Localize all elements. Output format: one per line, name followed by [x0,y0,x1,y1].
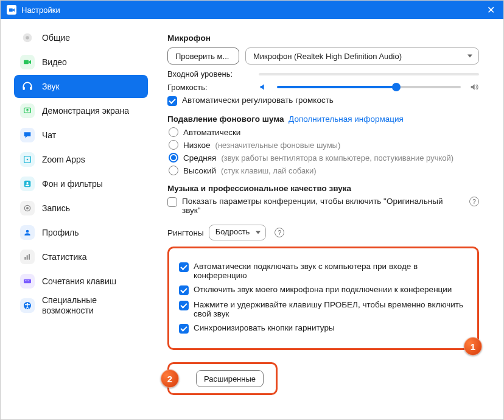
close-icon[interactable]: ✕ [485,4,497,16]
svg-rect-18 [25,281,26,281]
svg-point-10 [26,182,28,184]
noise-low-radio[interactable] [169,140,178,150]
original-sound-checkbox[interactable] [167,197,177,207]
volume-label: Громкость: [167,83,253,92]
auto-adjust-volume-checkbox[interactable] [167,96,177,106]
share-screen-icon [20,103,35,118]
noise-high-radio[interactable] [169,166,178,175]
svg-rect-0 [9,8,12,12]
advanced-button[interactable]: Расширенные [196,370,264,387]
pro-audio-heading: Музыка и профессиональное качество звука [167,184,479,193]
mic-heading: Микрофон [167,33,479,43]
svg-point-22 [27,303,28,304]
svg-rect-16 [29,254,30,259]
record-icon [20,201,35,215]
svg-point-12 [26,207,29,209]
sidebar-item-general[interactable]: Общие [14,26,148,49]
highlight-box-2: 2 Расширенные [167,362,278,395]
sidebar-item-apps[interactable]: Zoom Apps [14,148,148,171]
window-title: Настройки [21,5,60,15]
auto-adjust-volume-label: Автоматически регулировать громкость [182,96,334,105]
auto-join-audio-checkbox[interactable] [179,262,189,272]
input-level-label: Входной уровень: [167,69,253,79]
svg-rect-14 [24,257,26,260]
test-mic-button[interactable]: Проверить м... [167,47,239,65]
apps-icon [20,152,35,167]
svg-rect-4 [23,87,25,90]
help-icon[interactable]: ? [275,228,284,237]
help-icon[interactable]: ? [469,197,479,206]
highlight-box-1: Автоматически подключать звук с компьюте… [167,247,479,350]
stats-icon [20,250,35,264]
sidebar-item-chat[interactable]: Чат [14,124,148,147]
space-unmute-checkbox[interactable] [179,301,189,310]
svg-rect-5 [30,87,32,90]
headphones-icon [20,79,35,94]
video-icon [20,55,35,69]
input-level-meter [259,73,479,75]
sidebar: Общие Видео Звук Демонстрация экрана Чат… [1,19,153,419]
sidebar-item-video[interactable]: Видео [14,51,148,74]
profile-icon [20,225,35,240]
svg-point-8 [27,159,29,161]
app-icon [7,5,16,15]
sidebar-item-shortcuts[interactable]: Сочетания клавиш [14,270,148,293]
noise-heading: Подавление фонового шума Дополнительная … [167,114,479,124]
sidebar-item-share[interactable]: Демонстрация экрана [14,99,148,122]
sidebar-item-audio[interactable]: Звук [14,75,148,98]
background-icon [20,177,35,191]
sidebar-item-accessibility[interactable]: Специальные возможности [14,294,148,317]
keyboard-icon [20,274,35,289]
ringtone-label: Рингтоны [167,228,204,237]
svg-rect-3 [24,60,29,65]
speaker-low-icon [259,82,268,92]
sidebar-item-background[interactable]: Фон и фильтры [14,172,148,195]
titlebar: Настройки ✕ [1,1,503,19]
noise-med-radio[interactable] [169,153,178,163]
annotation-badge-1: 1 [464,337,482,355]
volume-slider[interactable] [277,86,461,88]
svg-rect-19 [27,281,27,281]
mute-mic-on-join-checkbox[interactable] [179,285,189,295]
noise-auto-radio[interactable] [169,127,178,137]
ringtone-select[interactable]: Бодрость [209,225,267,240]
chat-icon [20,128,35,142]
annotation-badge-2: 2 [161,369,179,388]
mic-device-select[interactable]: Микрофон (Realtek High Definition Audio) [245,47,479,65]
accessibility-icon [20,298,35,313]
svg-rect-20 [28,281,29,281]
sidebar-item-stats[interactable]: Статистика [14,245,148,268]
sync-headset-checkbox[interactable] [179,324,189,334]
settings-window: Настройки ✕ Общие Видео Звук Демонстраци… [0,0,504,420]
sidebar-item-profile[interactable]: Профиль [14,221,148,244]
svg-point-2 [26,36,29,40]
speaker-high-icon [469,82,479,92]
sidebar-item-recording[interactable]: Запись [14,197,148,220]
noise-info-link[interactable]: Дополнительная информация [289,114,404,124]
svg-rect-15 [27,255,28,259]
svg-point-13 [26,230,29,233]
settings-content: Микрофон Проверить м... Микрофон (Realte… [153,19,503,419]
gear-icon [20,30,35,45]
original-sound-label: Показать параметры конференции, чтобы вк… [182,197,461,215]
